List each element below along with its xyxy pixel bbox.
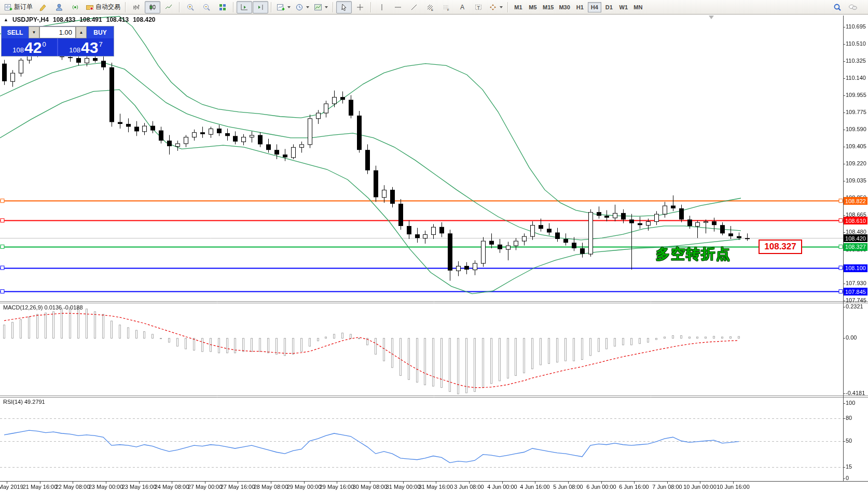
sell-price-big: 42 bbox=[24, 40, 42, 55]
time-tick-label: 5 Jun 08:00 bbox=[553, 484, 583, 490]
zoom-in-icon bbox=[186, 3, 195, 11]
timeframe-M5[interactable]: M5 bbox=[526, 2, 540, 12]
price-tick-label: 109.035 bbox=[846, 177, 866, 184]
text-tool-button[interactable]: A bbox=[454, 1, 470, 13]
buy-price-big: 43 bbox=[81, 40, 98, 55]
time-tick-label: 29 May 16:00 bbox=[320, 484, 354, 490]
buy-price[interactable]: 108 43 7 bbox=[57, 38, 114, 56]
volume-increase-button[interactable]: ▲ bbox=[76, 26, 87, 38]
line-chart-button[interactable] bbox=[161, 1, 176, 13]
rsi-tick-label: 50 bbox=[846, 438, 852, 444]
zoom-out-button[interactable] bbox=[199, 1, 214, 13]
periods-button[interactable] bbox=[293, 1, 311, 13]
time-tick-label: 4 Jun 00:00 bbox=[487, 484, 517, 490]
timeframe-D1[interactable]: D1 bbox=[602, 2, 616, 12]
trendline-tool-button[interactable] bbox=[406, 1, 422, 13]
chart-shift-button[interactable] bbox=[253, 1, 268, 13]
boxed-price-label[interactable]: 108.327 bbox=[759, 240, 802, 254]
line-chart-icon bbox=[164, 3, 173, 11]
rsi-tick-label: 100 bbox=[846, 400, 855, 406]
time-tick-label: 24 May 08:00 bbox=[155, 484, 189, 490]
chart-title: ▲ USDJPY-,H4 108.433 108.491 108.413 108… bbox=[4, 16, 156, 23]
community-chat-button[interactable] bbox=[845, 1, 861, 13]
autotrade-icon bbox=[86, 3, 94, 11]
templates-button[interactable] bbox=[312, 1, 330, 13]
crayon-icon bbox=[39, 3, 47, 11]
level-price-tag: 108.100 bbox=[844, 264, 867, 272]
template-icon bbox=[314, 3, 322, 11]
fibonacci-icon: E bbox=[426, 3, 434, 11]
arrows-icon bbox=[489, 3, 497, 11]
horizontal-line-tool-button[interactable] bbox=[390, 1, 406, 13]
toolbar-right-group bbox=[830, 1, 861, 13]
price-tick-label: 109.220 bbox=[846, 160, 866, 166]
indicators-button[interactable] bbox=[274, 1, 293, 13]
ohlc-close: 108.420 bbox=[133, 16, 155, 23]
autotrade-button[interactable]: 自动交易 bbox=[84, 1, 122, 13]
volume-input[interactable]: 1.00 bbox=[39, 26, 76, 38]
timeframe-M15[interactable]: M15 bbox=[541, 2, 556, 12]
chart-shift-marker-icon[interactable] bbox=[709, 16, 714, 19]
chart-canvas[interactable] bbox=[0, 0, 868, 493]
label-tool-icon: T bbox=[474, 3, 483, 11]
time-tick-label: 29 May 00:00 bbox=[287, 484, 322, 490]
level-price-tag: 107.845 bbox=[844, 288, 867, 295]
clock-icon bbox=[295, 3, 304, 11]
toolbar-separator bbox=[125, 2, 126, 12]
time-tick-label: 3 Jun 08:00 bbox=[454, 484, 484, 490]
time-tick-label: 23 May 00:00 bbox=[89, 484, 123, 490]
price-tick-label: 110.510 bbox=[846, 40, 866, 47]
vertical-line-tool-button[interactable] bbox=[374, 1, 390, 13]
timeframe-W1[interactable]: W1 bbox=[617, 2, 630, 12]
rsi-name: RSI(14) bbox=[3, 399, 23, 405]
sell-button[interactable]: SELL bbox=[2, 26, 29, 38]
bar-chart-button[interactable] bbox=[129, 1, 144, 13]
rsi-value: 49.2791 bbox=[24, 399, 45, 405]
current-price-tag: 108.420 bbox=[844, 234, 867, 242]
price-tick-label: 110.695 bbox=[846, 23, 866, 30]
indicators-icon bbox=[277, 3, 285, 11]
time-tick-label: 21 May 16:00 bbox=[23, 484, 58, 490]
label-tool-button[interactable]: T bbox=[471, 1, 486, 13]
candlestick-chart-button[interactable] bbox=[145, 1, 160, 13]
cursor-button[interactable] bbox=[336, 1, 352, 13]
collapse-arrow-icon[interactable]: ▲ bbox=[4, 17, 8, 22]
timeframe-MN[interactable]: MN bbox=[631, 2, 645, 12]
arrows-tool-button[interactable] bbox=[487, 1, 505, 13]
buy-price-pip: 7 bbox=[99, 40, 102, 48]
time-tick-label: 27 May 16:00 bbox=[221, 484, 255, 490]
tile-windows-button[interactable] bbox=[215, 1, 230, 13]
new-order-button[interactable]: 新订单 bbox=[2, 1, 35, 13]
timeframe-M1[interactable]: M1 bbox=[512, 2, 525, 12]
toolbar: 新订单 自动交易 E F A T bbox=[0, 0, 868, 15]
volume-decrease-button[interactable]: ▼ bbox=[29, 26, 39, 38]
cursor-icon bbox=[340, 3, 348, 11]
text-tool-icon: A bbox=[458, 3, 466, 11]
grid-icon: F bbox=[442, 3, 450, 11]
crosshair-button[interactable] bbox=[352, 1, 368, 13]
zoom-out-icon bbox=[202, 3, 211, 11]
macd-tick-label: -0.4181 bbox=[846, 390, 865, 396]
timeframe-M30[interactable]: M30 bbox=[557, 2, 572, 12]
timeframe-H1[interactable]: H1 bbox=[573, 2, 587, 12]
crayon-button[interactable] bbox=[35, 1, 51, 13]
grid-tool-button[interactable]: F bbox=[438, 1, 454, 13]
new-order-label: 新订单 bbox=[14, 3, 33, 11]
timeframe-H4[interactable]: H4 bbox=[588, 2, 601, 12]
fibonacci-tool-button[interactable]: E bbox=[422, 1, 438, 13]
time-tick-label: 21 May 2019 bbox=[0, 484, 23, 490]
arrows-caret-icon bbox=[500, 6, 503, 8]
chart-text-annotation[interactable]: 多空转折点 bbox=[656, 245, 731, 263]
sell-price[interactable]: 108 42 0 bbox=[2, 38, 57, 56]
chart-shift-icon bbox=[256, 3, 265, 11]
zoom-in-button[interactable] bbox=[183, 1, 198, 13]
price-tick-label: 109.775 bbox=[846, 109, 866, 115]
rsi-tick-label: 0 bbox=[846, 475, 849, 481]
profile-button[interactable] bbox=[51, 1, 67, 13]
buy-button[interactable]: BUY bbox=[87, 26, 114, 38]
alerts-button[interactable] bbox=[67, 1, 83, 13]
search-button[interactable] bbox=[830, 1, 845, 13]
search-icon bbox=[833, 3, 842, 11]
macd-name: MACD(12,26,9) bbox=[3, 304, 43, 311]
autoscroll-button[interactable] bbox=[237, 1, 252, 13]
